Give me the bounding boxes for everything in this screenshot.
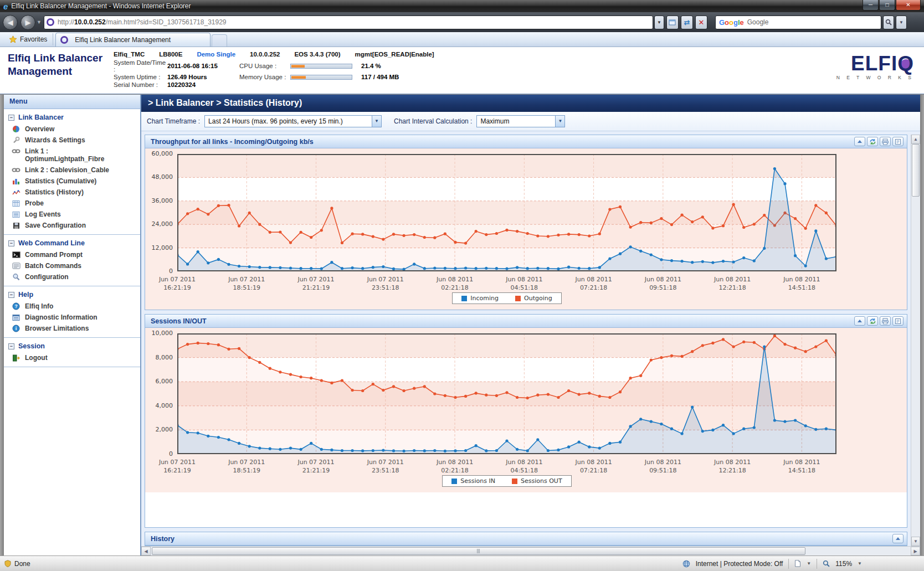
collapse-icon[interactable]: − xyxy=(8,292,14,298)
search-go-button[interactable] xyxy=(883,16,894,29)
recent-pages-dropdown-icon[interactable]: ▼ xyxy=(37,19,42,25)
vertical-scroll-thumb[interactable] xyxy=(912,144,920,197)
print-chart-button[interactable] xyxy=(880,316,891,326)
search-input[interactable]: Google Google xyxy=(715,16,881,29)
forward-button[interactable]: ▶ xyxy=(20,15,35,30)
export-chart-button[interactable] xyxy=(892,316,904,326)
timeframe-select[interactable]: Last 24 Hours (max. 96 points, every 15 … xyxy=(204,115,382,127)
chevron-down-icon[interactable]: ▼ xyxy=(555,116,564,127)
sidebar-item-log-events[interactable]: Log Events xyxy=(4,209,140,220)
magnify-icon xyxy=(12,273,20,281)
chevron-down-icon[interactable]: ▼ xyxy=(372,116,381,127)
cpu-usage-bar xyxy=(290,64,352,69)
info-icon: i xyxy=(12,325,20,332)
sidebar-item-batch-commands[interactable]: Batch Commands xyxy=(4,260,140,271)
stop-button[interactable]: ✕ xyxy=(695,16,707,29)
scroll-down-arrow[interactable]: ▼ xyxy=(911,537,920,546)
horizontal-scrollbar[interactable]: ◀ ▶ xyxy=(141,546,920,555)
collapse-icon[interactable]: − xyxy=(8,115,14,121)
y-axis-tick: 24,000 xyxy=(152,220,173,228)
sidebar-section-header-link-balancer[interactable]: −Link Balancer xyxy=(4,111,140,124)
sidebar-item-probe[interactable]: Probe xyxy=(4,198,140,209)
zoom-dropdown[interactable]: ▼ xyxy=(858,561,862,566)
url-history-dropdown[interactable]: ▼ xyxy=(654,16,664,29)
legend-swatch-icon xyxy=(512,479,517,484)
sidebar-item-link-2-cablevision-cable[interactable]: Link 2 : Cablevision_Cable xyxy=(4,164,140,176)
back-button[interactable]: ◀ xyxy=(3,15,18,30)
refresh-chart-button[interactable] xyxy=(867,316,878,326)
sidebar-item-overview[interactable]: Overview xyxy=(4,124,140,135)
legend-swatch-icon xyxy=(461,296,467,301)
zoom-magnifier-icon[interactable] xyxy=(823,560,830,567)
interval-select[interactable]: Maximum ▼ xyxy=(476,115,565,127)
refresh-button[interactable]: ⇄ xyxy=(681,16,693,29)
sessions-chart: 10,0008,0006,0004,0002,0000Jun 07 201116… xyxy=(145,328,907,492)
bars-icon xyxy=(12,177,20,185)
save-icon xyxy=(12,222,20,229)
collapse-panel-button[interactable] xyxy=(854,137,865,146)
site-favicon xyxy=(47,18,54,26)
globe-icon xyxy=(682,560,690,568)
x-axis-tick: Jun 08 201112:21:18 xyxy=(696,458,768,475)
close-button[interactable]: ✕ xyxy=(896,0,921,11)
favorites-star-icon xyxy=(9,35,17,43)
sidebar-item-configuration[interactable]: Configuration xyxy=(4,271,140,282)
minimize-button[interactable]: ─ xyxy=(863,0,879,11)
sidebar-item-command-prompt[interactable]: Command Prompt xyxy=(4,249,140,260)
collapse-icon[interactable]: − xyxy=(8,343,14,349)
search-options-dropdown[interactable]: ▼ xyxy=(896,16,907,29)
sidebar-item-diagnostic-information[interactable]: Diagnostic Information xyxy=(4,312,140,323)
zoom-level: 115% xyxy=(835,560,852,568)
collapse-panel-button[interactable] xyxy=(892,534,904,543)
sidebar-item-browser-limitations[interactable]: iBrowser Limitations xyxy=(4,323,140,334)
sidebar-section-header-web-command-line[interactable]: −Web Command Line xyxy=(4,236,140,249)
scroll-right-arrow[interactable]: ▶ xyxy=(911,547,920,555)
legend-item-sessions-out: Sessions OUT xyxy=(512,477,562,485)
section-label: Session xyxy=(18,342,45,350)
compatibility-view-button[interactable] xyxy=(666,16,679,29)
horizontal-scroll-thumb[interactable] xyxy=(152,547,805,555)
url-path: /main.html?sid=SID_1307561718_31929 xyxy=(106,18,227,26)
throughput-panel-header: Throughput for all links - Incoming/Outg… xyxy=(145,135,907,148)
window-frame-left xyxy=(0,95,4,555)
sidebar-item-statistics-cumulative[interactable]: Statistics (Cumulative) xyxy=(4,176,140,187)
sidebar-section-header-session[interactable]: −Session xyxy=(4,339,140,352)
help-icon: ? xyxy=(12,302,20,310)
sidebar-item-elfiq-info[interactable]: ?Elfiq Info xyxy=(4,301,140,312)
menu-title: Menu xyxy=(4,95,140,109)
device-ip: 10.0.0.252 xyxy=(250,51,280,58)
page-header: Elfiq Link Balancer Management Elfiq_TMC… xyxy=(0,47,924,94)
terminal-icon xyxy=(12,251,20,259)
interval-label: Chart Interval Calculation : xyxy=(394,117,472,125)
page-options-dropdown[interactable]: ▼ xyxy=(807,561,811,566)
sidebar-item-statistics-history[interactable]: Statistics (History) xyxy=(4,187,140,198)
sidebar-item-logout[interactable]: Logout xyxy=(4,352,140,363)
maximize-button[interactable]: □ xyxy=(879,0,895,11)
link-icon xyxy=(12,166,20,174)
y-axis-tick: 12,000 xyxy=(152,244,173,251)
scroll-left-arrow[interactable]: ◀ xyxy=(141,547,151,555)
url-input[interactable]: http://10.0.0.252/main.html?sid=SID_1307… xyxy=(44,16,653,29)
new-tab-stub[interactable] xyxy=(212,34,227,47)
refresh-chart-button[interactable] xyxy=(867,137,878,146)
throughput-panel: Throughput for all links - Incoming/Outg… xyxy=(145,135,907,310)
sidebar-item-label: Wizards & Settings xyxy=(25,136,85,144)
x-axis-tick: Jun 08 201107:21:18 xyxy=(558,275,630,292)
print-chart-button[interactable] xyxy=(880,137,891,146)
sidebar-section-header-help[interactable]: −Help xyxy=(4,288,140,301)
collapse-icon[interactable]: − xyxy=(8,240,14,246)
x-axis-tick: Jun 07 201118:51:19 xyxy=(211,275,283,292)
sidebar-item-link-1-optimumlightpath-fibre[interactable]: Link 1 :OptimumLightpath_Fibre xyxy=(4,146,140,164)
ie-logo-icon: e xyxy=(3,2,8,11)
tab-elfiq-link-balancer[interactable]: Elfiq Link Balancer Management xyxy=(55,33,211,47)
y-axis-tick: 48,000 xyxy=(152,173,173,181)
sidebar-item-wizards-settings[interactable]: Wizards & Settings xyxy=(4,135,140,146)
sidebar-item-save-configuration[interactable]: Save Configuration xyxy=(4,220,140,231)
collapse-panel-button[interactable] xyxy=(854,316,865,326)
scroll-up-arrow[interactable]: ▲ xyxy=(911,135,920,144)
export-chart-button[interactable] xyxy=(892,137,904,146)
favorites-button[interactable]: Favorites xyxy=(3,33,53,45)
page-icon[interactable] xyxy=(794,560,801,567)
address-bar: ◀ ▶ ▼ http://10.0.0.252/main.html?sid=SI… xyxy=(0,12,924,32)
vertical-scrollbar[interactable]: ▲ ▼ xyxy=(911,135,920,546)
